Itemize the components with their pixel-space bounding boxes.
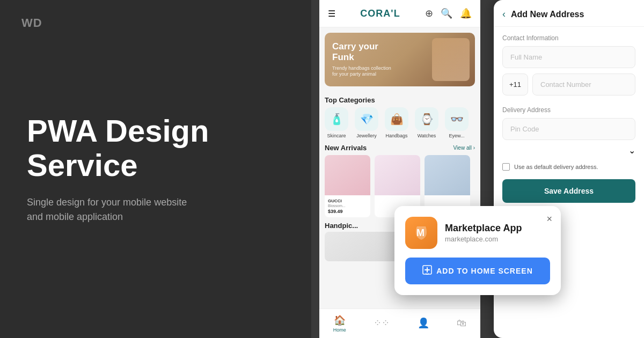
watches-label: Watches — [418, 133, 436, 138]
banner-text: Carry yourFunk Trendy handbags collectio… — [332, 41, 391, 78]
bell-icon[interactable]: 🔔 — [460, 8, 472, 19]
new-arrivals-title: New Arrivals — [325, 144, 367, 152]
product-price-1: $39.49 — [328, 209, 367, 214]
category-skincare[interactable]: 🧴 Skincare — [323, 107, 350, 138]
add-icon[interactable]: ⊕ — [425, 8, 433, 19]
handbags-icon: 👜 — [385, 107, 408, 131]
chevron-down-icon: ⌄ — [628, 145, 635, 156]
address-header: ‹ Add New Address — [494, 0, 644, 27]
add-to-home-screen-label: ADD TO HOME SCREEN — [436, 267, 533, 275]
header-icons: ⊕ 🔍 🔔 — [425, 8, 472, 19]
banner-title: Carry yourFunk — [332, 41, 391, 63]
eyewear-icon: 👓 — [445, 107, 469, 131]
nav-cart[interactable]: 🛍 — [457, 318, 466, 330]
new-arrivals-header: New Arrivals View all › — [319, 138, 480, 155]
eyewear-label: Eyew... — [449, 133, 464, 138]
chevron-row: ⌄ — [494, 145, 644, 156]
back-arrow[interactable]: ‹ — [502, 9, 506, 20]
profile-nav-icon: 👤 — [418, 317, 429, 329]
category-handbags[interactable]: 👜 Handbags — [383, 107, 411, 138]
default-address-checkbox[interactable] — [502, 163, 510, 171]
save-address-button[interactable]: Save Address — [502, 179, 635, 203]
category-watches[interactable]: ⌚ Watches — [413, 107, 441, 138]
pwa-app-url: marketplace.com — [445, 235, 522, 243]
product-info-2 — [375, 195, 420, 202]
pwa-close-button[interactable]: × — [546, 214, 552, 225]
product-image-3 — [425, 155, 470, 195]
watches-icon: ⌚ — [415, 107, 438, 131]
pwa-app-icon: M — [405, 217, 437, 249]
category-eyewear[interactable]: 👓 Eyew... — [443, 107, 471, 138]
cart-nav-icon: 🛍 — [457, 318, 466, 329]
nav-categories[interactable]: ⁘⁘ — [374, 317, 390, 330]
product-brand-1: GUCCI — [328, 199, 367, 203]
skincare-label: Skincare — [327, 133, 346, 138]
home-icon: 🏠 — [334, 314, 346, 326]
wd-logo: WD — [21, 16, 42, 30]
banner-image — [432, 38, 470, 81]
categories-row: 🧴 Skincare 💎 Jewellery 👜 Handbags ⌚ Watc… — [319, 107, 480, 138]
full-name-field[interactable]: Full Name — [502, 46, 635, 68]
search-icon[interactable]: 🔍 — [441, 8, 452, 19]
svg-text:M: M — [416, 227, 425, 238]
main-heading: PWA Design Service — [27, 114, 284, 182]
left-panel: WD PWA Design Service Single design for … — [0, 0, 311, 338]
product-image-2 — [375, 155, 420, 195]
bottom-nav: 🏠 Home ⁘⁘ 👤 🛍 — [319, 308, 480, 338]
default-address-label: Use as default delivery address. — [514, 164, 598, 170]
contact-info-label: Contact Information — [494, 27, 644, 46]
menu-icon[interactable]: ☰ — [328, 9, 335, 19]
nav-profile[interactable]: 👤 — [418, 317, 429, 330]
jewellery-icon: 💎 — [355, 107, 378, 131]
address-title: Add New Address — [511, 10, 584, 19]
pwa-app-details: Marketplace App marketplace.com — [445, 223, 522, 243]
right-panel: ☰ CORA'L ⊕ 🔍 🔔 Carry yourFunk Trendy han… — [311, 0, 644, 338]
category-jewellery[interactable]: 💎 Jewellery — [353, 107, 380, 138]
skincare-icon: 🧴 — [325, 107, 348, 131]
pwa-install-card: × M Marketplace App marketplace.com — [394, 206, 561, 295]
product-card-1[interactable]: GUCCI Blossom... $39.49 — [325, 155, 370, 217]
pin-code-field[interactable]: Pin Code — [502, 118, 635, 140]
app-header: ☰ CORA'L ⊕ 🔍 🔔 — [319, 0, 480, 27]
product-image-1 — [325, 155, 370, 195]
sub-text: Single design for your mobile websiteand… — [27, 195, 231, 224]
view-all-link[interactable]: View all › — [453, 145, 475, 151]
app-logo: CORA'L — [360, 8, 400, 19]
product-info-1: GUCCI Blossom... $39.49 — [325, 195, 370, 217]
jewellery-label: Jewellery — [356, 133, 377, 138]
pwa-app-info: M Marketplace App marketplace.com — [405, 217, 550, 249]
nav-home[interactable]: 🏠 Home — [333, 314, 346, 333]
categories-title: Top Categories — [319, 92, 480, 107]
phone-row: +11 Contact Number — [502, 74, 635, 95]
product-name-1: Blossom... — [328, 204, 367, 208]
add-to-home-screen-button[interactable]: ADD TO HOME SCREEN — [405, 258, 550, 284]
categories-nav-icon: ⁘⁘ — [374, 317, 390, 329]
contact-number-field[interactable]: Contact Number — [532, 74, 635, 95]
handbags-label: Handbags — [385, 133, 407, 138]
pwa-app-name: Marketplace App — [445, 223, 522, 234]
banner: Carry yourFunk Trendy handbags collectio… — [325, 33, 475, 86]
default-address-row: Use as default delivery address. — [494, 159, 644, 175]
delivery-label: Delivery Address — [494, 101, 644, 118]
banner-subtitle: Trendy handbags collectionfor your party… — [332, 65, 391, 78]
country-code[interactable]: +11 — [502, 74, 528, 95]
home-label: Home — [333, 327, 346, 333]
add-home-icon — [422, 265, 432, 277]
